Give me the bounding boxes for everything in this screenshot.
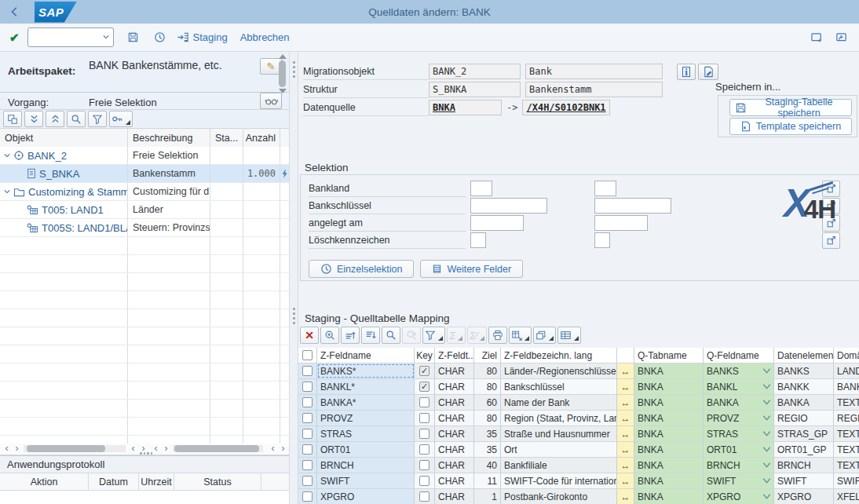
delete-button[interactable]: ✕ — [300, 327, 319, 344]
dropdown-triangle-icon[interactable] — [574, 336, 579, 341]
tree-row[interactable]: Customizing & StammdatenCustomizing für … — [0, 183, 289, 201]
q-feldname-cell[interactable]: XPGRO — [704, 489, 774, 504]
find-button[interactable] — [67, 111, 86, 127]
views-button[interactable] — [533, 327, 556, 344]
key-checkbox[interactable] — [419, 397, 430, 407]
dropdown-chevron-icon[interactable] — [762, 383, 771, 390]
tree-column-status[interactable]: Sta... — [210, 129, 243, 147]
mapping-row[interactable]: XPGROCHAR1Postbank-Girokonto↔BNKAXPGROXP… — [298, 489, 859, 504]
scroll-left-arrow[interactable]: ‹ — [268, 444, 278, 454]
mapping-column-col6[interactable] — [617, 348, 634, 363]
scroll-right-arrow[interactable]: › — [278, 444, 288, 454]
shortcut-icon[interactable] — [835, 31, 848, 43]
back-icon[interactable] — [8, 5, 22, 19]
z-feldname-cell[interactable]: PROVZ — [317, 411, 415, 425]
tree-row[interactable]: T005: LAND1Länder — [0, 201, 289, 219]
select-all-checkbox[interactable] — [302, 350, 313, 360]
row-select-checkbox[interactable] — [302, 491, 313, 502]
info-button[interactable]: i — [677, 64, 696, 80]
key-checkbox[interactable] — [419, 460, 430, 470]
tree-objekt-cell[interactable]: T005: LAND1 — [0, 201, 128, 218]
filter-button[interactable] — [88, 111, 107, 127]
mapping-column-Q-Feldname[interactable]: Q-Feldname — [704, 348, 774, 363]
mapping-row[interactable]: ORT01CHAR35Ort↔BNKAORT01ORT01_GPTEXT3 — [298, 442, 859, 458]
protokoll-column-aktion[interactable]: Aktion — [0, 473, 89, 490]
tree-column-objekt[interactable]: Objekt — [0, 129, 128, 147]
tree-objekt-cell[interactable]: Customizing & Stammdaten — [0, 183, 128, 200]
edit-source-button[interactable] — [698, 64, 718, 80]
mapping-column-Z-Feldbezeichn. lang[interactable]: Z-Feldbezeichn. lang — [501, 348, 617, 363]
weitere-felder-button[interactable]: Weitere Felder — [420, 260, 523, 278]
q-feldname-cell[interactable]: BRNCH — [704, 458, 774, 473]
q-feldname-cell[interactable]: BANKS — [704, 363, 774, 378]
staging-button[interactable]: Staging — [177, 31, 228, 43]
q-feldname-cell[interactable]: STRAS — [704, 426, 774, 441]
dropdown-chevron-icon[interactable] — [762, 446, 771, 453]
tree-row[interactable]: S_BNKABankenstamm1.000 — [0, 165, 289, 183]
z-feldname-cell[interactable]: ORT01 — [317, 442, 415, 457]
save-button[interactable] — [123, 28, 144, 47]
einzelselektion-button[interactable]: Einzelselektion — [309, 260, 414, 278]
mapping-column-col0[interactable] — [298, 348, 317, 363]
scrollbar-track[interactable] — [173, 445, 263, 452]
print-button[interactable] — [488, 327, 507, 344]
splitter-handle[interactable] — [140, 452, 152, 455]
mapping-row[interactable]: BANKA*CHAR60Name der Bank↔BNKABANKABANKA… — [298, 395, 859, 411]
z-feldname-cell[interactable]: BANKS* — [317, 363, 415, 378]
protokoll-column-status[interactable]: Status — [174, 473, 261, 490]
sort-descending-button[interactable] — [361, 327, 380, 344]
multiple-selection-button[interactable] — [822, 232, 840, 249]
zoom-detail-button[interactable] — [320, 327, 339, 344]
dropdown-triangle-icon[interactable] — [525, 336, 529, 341]
source-table-link[interactable]: BNKA — [433, 102, 455, 113]
dropdown-triangle-icon[interactable] — [438, 336, 443, 341]
tree-objekt-cell[interactable]: T005S: LAND1/BLAND — [0, 219, 128, 236]
key-checkbox[interactable]: ✓ — [419, 366, 430, 376]
panel-splitter[interactable] — [289, 52, 298, 504]
tree-objekt-cell[interactable]: BANK_2 — [0, 147, 128, 164]
mapping-column-Q-Tabname[interactable]: Q-Tabname — [634, 348, 704, 363]
dropdown-triangle-icon[interactable] — [126, 120, 130, 125]
key-checkbox[interactable] — [419, 444, 430, 455]
save-template-button[interactable]: Template speichern — [729, 118, 852, 135]
selektion-from-input[interactable] — [470, 181, 492, 196]
key-checkbox[interactable] — [419, 491, 430, 502]
expand-all-button[interactable] — [24, 111, 43, 127]
scrollbar-thumb[interactable] — [27, 445, 105, 452]
find-button[interactable] — [382, 327, 400, 344]
mapping-column-Domän[interactable]: Domän — [834, 348, 859, 363]
key-checkbox[interactable] — [419, 413, 430, 423]
selektion-to-input[interactable] — [594, 181, 616, 196]
dropdown-triangle-icon[interactable] — [549, 336, 554, 341]
selektion-from-input[interactable] — [470, 232, 486, 248]
selektion-from-input[interactable] — [470, 198, 547, 214]
staging-table-link[interactable]: /X4H/S0102BNK1 — [526, 102, 605, 113]
sort-ascending-button[interactable] — [341, 327, 360, 344]
detail-window-button[interactable] — [3, 111, 22, 127]
dropdown-chevron-icon[interactable] — [762, 399, 771, 406]
scroll-left-arrow[interactable]: ‹ — [2, 444, 12, 454]
row-select-checkbox[interactable] — [302, 366, 313, 376]
z-feldname-cell[interactable]: BRNCH — [317, 458, 415, 473]
scroll-right-arrow[interactable]: › — [12, 444, 22, 454]
save-staging-table-button[interactable]: Staging-Tabelle speichern — [729, 99, 852, 116]
scroll-left-arrow[interactable]: ‹ — [128, 444, 138, 454]
q-feldname-cell[interactable]: ORT01 — [704, 442, 774, 457]
q-feldname-cell[interactable]: SWIFT — [704, 473, 774, 488]
z-feldname-cell[interactable]: BANKL* — [317, 379, 415, 394]
row-select-checkbox[interactable] — [302, 429, 313, 439]
row-select-checkbox[interactable] — [302, 413, 313, 423]
mapping-row[interactable]: PROVZCHAR80Region (Staat, Provinz, Lan..… — [298, 411, 859, 426]
tree-column-anzahl[interactable]: Anzahl — [243, 129, 280, 147]
mapping-column-Key[interactable]: Key — [415, 348, 435, 363]
expander-icon[interactable] — [3, 188, 11, 195]
tree-column-beschreibung[interactable]: Beschreibung — [128, 129, 210, 147]
row-select-checkbox[interactable] — [302, 460, 313, 470]
row-select-checkbox[interactable] — [302, 444, 313, 455]
z-feldname-cell[interactable]: SWIFT — [317, 473, 415, 488]
mapping-row[interactable]: STRASCHAR35Straße und Hausnummer↔BNKASTR… — [298, 426, 859, 442]
protokoll-column-datum[interactable]: Datum — [89, 473, 139, 490]
tree-row[interactable]: BANK_2Freie Selektion — [0, 147, 289, 165]
mapping-column-Datenelement[interactable]: Datenelement — [774, 348, 834, 363]
filter-button[interactable] — [422, 327, 445, 344]
